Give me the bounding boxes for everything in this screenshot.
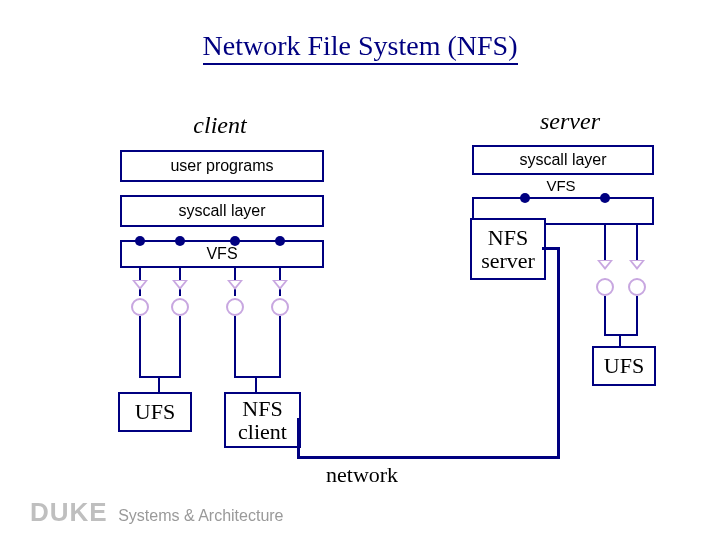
- client-vfs-box: VFS: [120, 240, 324, 268]
- connector-dot-icon: [230, 236, 240, 246]
- arrowhead-icon: [227, 280, 243, 290]
- connector-circle-icon: [271, 298, 289, 316]
- nfs-server-box: NFS server: [470, 218, 546, 280]
- connector-dot-icon: [520, 193, 530, 203]
- arrowhead-icon: [132, 280, 148, 290]
- connector-circle-icon: [171, 298, 189, 316]
- footer-sub: Systems & Architecture: [118, 507, 283, 524]
- connector-line: [604, 334, 638, 336]
- connector-line: [234, 316, 236, 376]
- connector-line: [619, 334, 621, 346]
- client-heading: client: [120, 112, 320, 139]
- connector-line: [255, 376, 257, 392]
- connector-line: [158, 376, 160, 392]
- nfs-client-box: NFS client: [224, 392, 301, 448]
- connector-dot-icon: [175, 236, 185, 246]
- client-vfs-label: VFS: [206, 246, 237, 263]
- network-label: network: [326, 462, 398, 488]
- footer-brand: DUKE: [30, 497, 108, 527]
- connector-line: [234, 376, 281, 378]
- server-syscall-layer-label: syscall layer: [519, 152, 606, 169]
- connector-line: [179, 316, 181, 376]
- server-vfs-label: VFS: [472, 177, 650, 194]
- nfs-server-label: NFS server: [481, 226, 535, 272]
- server-syscall-layer-box: syscall layer: [472, 145, 654, 175]
- network-line: [297, 456, 560, 459]
- connector-dot-icon: [135, 236, 145, 246]
- connector-circle-icon: [628, 278, 646, 296]
- arrowhead-icon: [629, 260, 645, 270]
- network-line: [542, 247, 560, 250]
- connector-line: [604, 296, 606, 334]
- server-ufs-label: UFS: [604, 354, 644, 377]
- nfs-client-label: NFS client: [238, 397, 287, 443]
- connector-line: [279, 316, 281, 376]
- connector-dot-icon: [275, 236, 285, 246]
- connector-line: [636, 223, 638, 263]
- client-syscall-layer-box: syscall layer: [120, 195, 324, 227]
- connector-line: [139, 376, 181, 378]
- connector-dot-icon: [600, 193, 610, 203]
- client-ufs-label: UFS: [135, 400, 175, 423]
- arrowhead-icon: [172, 280, 188, 290]
- footer: DUKE Systems & Architecture: [30, 497, 284, 528]
- connector-line: [604, 223, 606, 263]
- network-line: [297, 418, 300, 458]
- client-user-programs-label: user programs: [170, 158, 273, 175]
- arrowhead-icon: [597, 260, 613, 270]
- client-ufs-box: UFS: [118, 392, 192, 432]
- server-ufs-box: UFS: [592, 346, 656, 386]
- page-title: Network File System (NFS): [0, 30, 720, 62]
- client-syscall-layer-label: syscall layer: [178, 203, 265, 220]
- page-title-text: Network File System (NFS): [203, 30, 518, 65]
- connector-circle-icon: [131, 298, 149, 316]
- connector-circle-icon: [226, 298, 244, 316]
- network-line: [557, 247, 560, 459]
- connector-line: [636, 296, 638, 334]
- connector-circle-icon: [596, 278, 614, 296]
- server-heading: server: [470, 108, 670, 135]
- connector-line: [139, 316, 141, 376]
- client-user-programs-box: user programs: [120, 150, 324, 182]
- arrowhead-icon: [272, 280, 288, 290]
